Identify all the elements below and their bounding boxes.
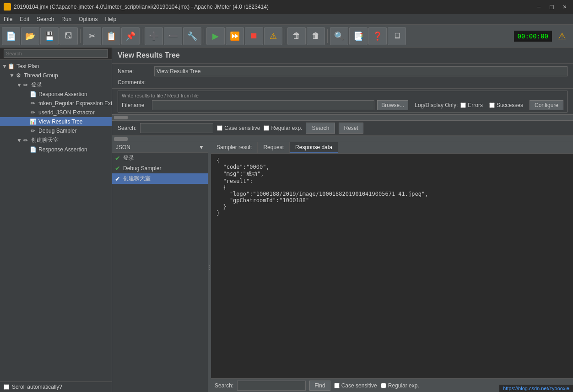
start-button[interactable]: ▶ <box>206 27 225 45</box>
data-panel: Sampler result Request Response data { "… <box>211 142 573 392</box>
tree-item-login[interactable]: ▼ ✏ 登录 <box>0 80 112 90</box>
browse-file-button[interactable]: Browse... <box>377 100 408 110</box>
menu-help[interactable]: Help <box>101 15 120 24</box>
bottom-search-input[interactable] <box>237 381 306 391</box>
toggle-chatroom[interactable]: ▼ <box>16 137 22 144</box>
remote-button[interactable]: 🖥 <box>388 27 406 45</box>
log-display-label: Log/Display Only: <box>415 102 458 108</box>
toggle-login[interactable]: ▼ <box>16 82 22 88</box>
app-icon <box>4 3 11 11</box>
minimize-button[interactable]: − <box>534 2 543 11</box>
scroll-divider-1 <box>112 114 573 121</box>
toolbar-sep-5 <box>327 29 328 43</box>
scroll-auto-label: Scroll automatically? <box>12 384 62 390</box>
open-button[interactable]: 📂 <box>21 27 39 45</box>
scroll-handle-2[interactable] <box>114 137 128 141</box>
save-button[interactable]: 💾 <box>40 27 59 45</box>
tab-request[interactable]: Request <box>258 142 290 153</box>
start-no-pause-button[interactable]: ⏩ <box>226 27 244 45</box>
tree-label-token-regex: token_Regular Expression Extr <box>38 100 112 107</box>
successes-checkbox[interactable] <box>489 102 495 108</box>
maximize-button[interactable]: □ <box>547 2 556 11</box>
tree-label-create-chatroom: 创建聊天室 <box>31 136 59 144</box>
menu-options[interactable]: Options <box>75 15 101 24</box>
case-sensitive-checkbox[interactable] <box>217 125 222 131</box>
add-button[interactable]: ➕ <box>145 27 163 45</box>
browse-button[interactable]: 🔍 <box>330 27 348 45</box>
tree-item-token-regex[interactable]: ▶ ✏ token_Regular Expression Extr <box>0 99 112 108</box>
tree-item-response-assertion[interactable]: ▶ 📄 Response Assertion <box>0 90 112 99</box>
title-bar: 20190104.jmx (C:\apache-jmeter-4.0\Jmete… <box>0 0 573 14</box>
bottom-regular-exp-label: Regular exp. <box>388 382 419 389</box>
json-item-debug[interactable]: ✔ Debug Sampler <box>112 163 208 173</box>
toggle-test-plan[interactable]: ▼ <box>2 63 7 70</box>
paste-button[interactable]: 📌 <box>121 27 140 45</box>
token-regex-icon: ✏ <box>29 100 37 107</box>
toggle-button[interactable]: 🔧 <box>183 27 201 45</box>
url-bar: https://blog.csdn.net/zyoooxie <box>499 385 573 392</box>
tab-sampler-result[interactable]: Sampler result <box>211 142 258 153</box>
menu-file[interactable]: File <box>0 15 16 24</box>
menu-search[interactable]: Search <box>33 15 58 24</box>
name-input[interactable] <box>154 66 568 76</box>
warning-icon: ⚠ <box>553 27 571 45</box>
left-panel-header <box>0 48 112 60</box>
name-label: Name: <box>118 68 154 75</box>
status-icon-chatroom: ✔ <box>115 175 120 183</box>
errors-label: Errors <box>468 102 483 108</box>
cut-button[interactable]: ✂ <box>83 27 101 45</box>
bottom-regular-exp-checkbox[interactable] <box>381 383 386 388</box>
scroll-handle-1[interactable] <box>114 116 128 119</box>
json-item-chatroom[interactable]: ✔ 创建聊天室 <box>112 173 208 184</box>
json-panel-header: JSON ▼ <box>112 142 208 153</box>
help-button[interactable]: ❓ <box>368 27 387 45</box>
copy-button[interactable]: 📋 <box>102 27 120 45</box>
bottom-case-sensitive-checkbox[interactable] <box>334 383 340 388</box>
toggle-thread-group[interactable]: ▼ <box>9 72 15 79</box>
close-button[interactable]: × <box>560 2 569 11</box>
remove-button[interactable]: ➖ <box>164 27 182 45</box>
save-as-button[interactable]: 🖫 <box>59 27 78 45</box>
scroll-auto-checkbox[interactable] <box>4 384 9 390</box>
toolbar-sep-2 <box>142 29 142 43</box>
json-dropdown-icon[interactable]: ▼ <box>199 144 204 150</box>
tree-item-create-chatroom[interactable]: ▼ ✏ 创建聊天室 <box>0 135 112 145</box>
json-item-login[interactable]: ✔ 登录 <box>112 153 208 163</box>
left-search-input[interactable] <box>4 49 108 58</box>
clear-button[interactable]: 🗑 <box>287 27 306 45</box>
tree-label-response-assertion: Response Assertion <box>38 91 87 97</box>
new-button[interactable]: 📄 <box>2 27 20 45</box>
menu-edit[interactable]: Edit <box>16 15 33 24</box>
reset-button[interactable]: Reset <box>339 123 363 134</box>
regular-exp-checkbox[interactable] <box>264 125 269 131</box>
find-button[interactable]: Find <box>309 381 330 391</box>
clear-all-button[interactable]: 🗑 <box>307 27 325 45</box>
tree-item-test-plan[interactable]: ▼ 📋 Test Plan <box>0 62 112 71</box>
tree-label-response-assertion-2: Response Assertion <box>38 146 87 153</box>
toolbar-sep-3 <box>204 29 204 43</box>
json-panel: JSON ▼ ✔ 登录 ✔ Debug Sampler <box>112 142 208 392</box>
tabs-bar: Sampler result Request Response data <box>211 142 573 154</box>
tree-label-thread-group: Thread Group <box>24 72 58 79</box>
login-icon: ✏ <box>22 81 29 89</box>
tree-label-debug-sampler: Debug Sampler <box>38 128 76 134</box>
filename-input[interactable] <box>152 100 374 110</box>
tree-item-view-results-tree[interactable]: ▶ 📊 View Results Tree <box>0 117 112 126</box>
left-panel: ▼ 📋 Test Plan ▼ ⚙ Thread Group ▼ ✏ 登录 ▶ … <box>0 48 112 392</box>
json-item-login-label: 登录 <box>123 154 134 162</box>
tree-item-userid-json[interactable]: ▶ ✏ userid_JSON Extractor <box>0 108 112 117</box>
toolbar-sep-1 <box>80 29 81 43</box>
search-input[interactable] <box>140 123 213 133</box>
templates-button[interactable]: 📑 <box>349 27 368 45</box>
status-icon-debug: ✔ <box>115 165 120 172</box>
tab-response-data[interactable]: Response data <box>290 142 338 153</box>
stop-button[interactable]: ⏹ <box>245 27 263 45</box>
tree-item-response-assertion-2[interactable]: ▶ 📄 Response Assertion <box>0 145 112 154</box>
configure-button[interactable]: Configure <box>530 100 563 110</box>
search-button[interactable]: Search <box>306 123 335 134</box>
errors-checkbox[interactable] <box>460 102 466 108</box>
menu-run[interactable]: Run <box>58 15 75 24</box>
tree-item-debug-sampler[interactable]: ▶ ✏ Debug Sampler <box>0 126 112 135</box>
tree-item-thread-group[interactable]: ▼ ⚙ Thread Group <box>0 71 112 80</box>
shutdown-button[interactable]: ⚠ <box>264 27 282 45</box>
